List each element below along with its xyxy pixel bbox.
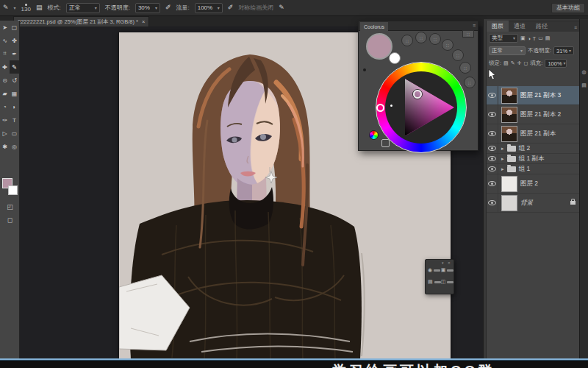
zoom-tool[interactable]: ◎ xyxy=(10,140,19,153)
pen-tool[interactable]: ✑ xyxy=(0,113,10,127)
tab-channels[interactable]: 通道 xyxy=(509,21,531,32)
coolorus-tab[interactable]: Coolorus xyxy=(360,22,388,31)
group-row[interactable]: ▸ 组 2 xyxy=(487,144,580,154)
pressure-opacity-icon[interactable]: ✐ xyxy=(165,4,171,11)
coolorus-header[interactable]: Coolorus ≡ xyxy=(359,21,478,31)
coolorus-mix-button-4[interactable]: ∷ xyxy=(442,39,453,51)
lock-pixels-icon[interactable]: ✎ xyxy=(511,60,515,66)
gradient-tool[interactable]: ▦ xyxy=(10,87,19,100)
group-row[interactable]: ▸ 组 1 副本 xyxy=(487,154,580,164)
tab-paths[interactable]: 路径 xyxy=(531,21,553,32)
quick-select-tool[interactable]: ✤ xyxy=(10,34,19,47)
opacity-field[interactable]: 30% ▾ xyxy=(135,3,160,13)
group-caret-icon[interactable]: ▸ xyxy=(501,166,504,172)
brush-settings-icon[interactable]: ✎ xyxy=(279,4,284,11)
mini-panel-button-2[interactable]: ▣ xyxy=(441,267,454,273)
blend-mode-dropdown[interactable]: 正常 ▾ xyxy=(489,46,526,55)
lock-transparency-icon[interactable]: ▨ xyxy=(503,60,509,66)
coolorus-background-swatch[interactable] xyxy=(389,52,401,64)
hand-tool[interactable]: ✱ xyxy=(0,140,10,153)
shape-tool[interactable]: ▭ xyxy=(10,127,19,140)
visibility-eye-icon[interactable] xyxy=(488,112,496,117)
layer-row[interactable]: 图层 21 副本 2 xyxy=(487,105,580,124)
visibility-eye-icon[interactable] xyxy=(488,181,496,186)
crop-tool[interactable]: ⌗ xyxy=(0,47,10,60)
coolorus-mix-button-1[interactable]: ∷ xyxy=(401,35,413,46)
lock-position-icon[interactable]: ✛ xyxy=(517,60,522,66)
visibility-eye-icon[interactable] xyxy=(488,93,496,98)
layer-row[interactable]: 图层 21 副本 3 xyxy=(487,86,580,105)
history-brush-tool[interactable]: ↺ xyxy=(10,74,19,87)
quick-mask-icon[interactable]: ◰ xyxy=(0,203,20,210)
mini-panel-button-3[interactable]: ▤ xyxy=(428,279,441,285)
type-tool[interactable]: T xyxy=(10,113,19,127)
coolorus-options-button[interactable]: ∷ xyxy=(462,30,474,38)
coolorus-mix-button-2[interactable]: ∷ xyxy=(415,32,427,43)
hue-wheel[interactable] xyxy=(376,63,466,152)
marquee-tool[interactable]: ▢ xyxy=(10,21,19,34)
brush-preset-caret-icon[interactable]: ▾ xyxy=(14,6,16,10)
layer-row[interactable]: 图层 2 xyxy=(487,174,580,194)
fill-field[interactable]: 100% ▾ xyxy=(545,59,567,68)
visibility-eye-icon[interactable] xyxy=(488,200,496,205)
coolorus-mix-button-3[interactable]: ∷ xyxy=(429,33,441,45)
group-row[interactable]: ▸ 组 1 xyxy=(487,164,580,174)
background-color-swatch[interactable] xyxy=(8,185,18,195)
clone-stamp-tool[interactable]: ⊙ xyxy=(0,74,10,87)
collapsed-panel-icon-1[interactable]: ◍ xyxy=(580,69,588,75)
screen-mode-icon[interactable]: ◻ xyxy=(0,216,20,224)
mode-dropdown[interactable]: 正常 ▾ xyxy=(66,3,100,13)
mini-panel-button-1[interactable]: ◉ xyxy=(428,267,441,273)
group-caret-icon[interactable]: ▸ xyxy=(501,146,504,152)
filter-pixel-icon[interactable]: ▣ xyxy=(520,35,526,41)
visibility-eye-icon[interactable] xyxy=(488,156,496,161)
brush-size-preview[interactable]: 130 xyxy=(21,4,31,13)
brush-tool[interactable]: ✎ xyxy=(10,60,19,74)
coolorus-mix-button-5[interactable]: ∷ xyxy=(452,49,464,61)
eraser-tool[interactable]: ▰ xyxy=(0,87,10,100)
mini-panel-controls[interactable]: ▾ ✕ xyxy=(442,261,452,265)
color-square-mode-icon[interactable] xyxy=(381,139,390,147)
collapsed-panel-icon-2[interactable]: ▤ xyxy=(580,82,588,88)
blur-tool[interactable]: ◔ xyxy=(0,100,10,113)
brush-preset-icon[interactable]: ✎ xyxy=(3,4,9,11)
tab-close-icon[interactable]: × xyxy=(142,18,145,25)
filter-smart-icon[interactable]: ▤ xyxy=(545,35,551,41)
move-tool[interactable]: ➤ xyxy=(0,21,10,34)
dodge-tool[interactable]: ◗ xyxy=(10,100,19,113)
mini-panel-button-4[interactable]: ◫ xyxy=(441,279,454,285)
airbrush-icon[interactable]: ✐ xyxy=(228,4,234,11)
filter-shape-icon[interactable]: ▭ xyxy=(538,35,543,41)
document-tab[interactable]: 222222221.psd @ 25%(图层 21 副本 3, RGB/8) *… xyxy=(13,16,149,26)
layer-thumbnail[interactable] xyxy=(501,176,517,192)
filter-kind-dropdown[interactable]: 类型 ▾ xyxy=(489,34,518,43)
saturation-triangle[interactable] xyxy=(385,71,457,144)
layer-thumbnail[interactable] xyxy=(501,88,517,104)
coolorus-mix-button-6[interactable]: ∷ xyxy=(459,62,471,74)
color-wheel-mode-icon[interactable] xyxy=(369,130,379,140)
layer-thumbnail[interactable] xyxy=(501,107,517,123)
background-layer-row[interactable]: 背景 xyxy=(487,194,580,213)
healing-brush-tool[interactable]: ✚ xyxy=(0,60,10,74)
toggle-brush-panel-icon[interactable]: ▤ xyxy=(36,4,43,11)
hue-selector[interactable] xyxy=(376,104,384,112)
layer-thumbnail[interactable] xyxy=(501,126,517,142)
lasso-tool[interactable]: ∿ xyxy=(0,34,10,47)
filter-type-icon[interactable]: T xyxy=(533,36,536,41)
visibility-eye-icon[interactable] xyxy=(488,166,496,171)
workspace-switcher-button[interactable]: 基本功能 xyxy=(551,3,585,13)
lock-all-icon[interactable]: ◻ xyxy=(523,60,528,66)
tab-layers[interactable]: 图层 xyxy=(487,21,509,32)
layer-row[interactable]: 图层 21 副本 xyxy=(487,124,580,144)
flow-field[interactable]: 100% ▾ xyxy=(195,3,223,13)
path-select-tool[interactable]: ▷ xyxy=(0,127,10,140)
group-caret-icon[interactable]: ▸ xyxy=(501,156,504,162)
layer-thumbnail[interactable] xyxy=(501,195,517,211)
coolorus-menu-icon[interactable]: ≡ xyxy=(473,23,476,28)
visibility-eye-icon[interactable] xyxy=(488,146,496,151)
visibility-eye-icon[interactable] xyxy=(488,131,496,136)
filter-adjustment-icon[interactable]: ◑ xyxy=(528,36,531,41)
coolorus-mix-button-7[interactable]: ∷ xyxy=(464,77,476,88)
layer-opacity-field[interactable]: 31% ▾ xyxy=(553,46,574,55)
eyedropper-tool[interactable]: ✒ xyxy=(10,47,19,60)
